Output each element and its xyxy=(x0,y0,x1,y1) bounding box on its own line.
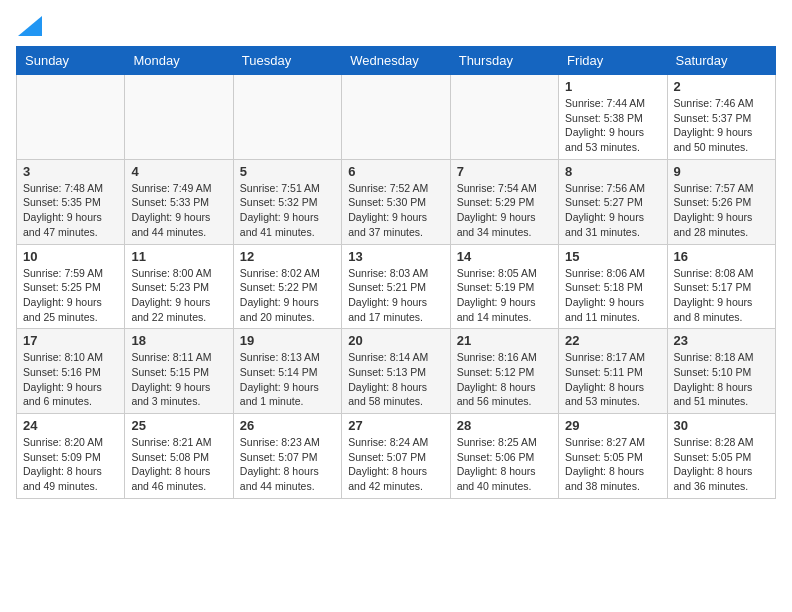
calendar-cell: 17Sunrise: 8:10 AM Sunset: 5:16 PM Dayli… xyxy=(17,329,125,414)
day-number: 5 xyxy=(240,164,335,179)
day-info: Sunrise: 8:03 AM Sunset: 5:21 PM Dayligh… xyxy=(348,266,443,325)
calendar-cell: 25Sunrise: 8:21 AM Sunset: 5:08 PM Dayli… xyxy=(125,414,233,499)
col-header-tuesday: Tuesday xyxy=(233,47,341,75)
day-number: 13 xyxy=(348,249,443,264)
calendar-cell: 21Sunrise: 8:16 AM Sunset: 5:12 PM Dayli… xyxy=(450,329,558,414)
calendar-cell: 8Sunrise: 7:56 AM Sunset: 5:27 PM Daylig… xyxy=(559,159,667,244)
day-number: 10 xyxy=(23,249,118,264)
day-info: Sunrise: 8:14 AM Sunset: 5:13 PM Dayligh… xyxy=(348,350,443,409)
day-info: Sunrise: 8:02 AM Sunset: 5:22 PM Dayligh… xyxy=(240,266,335,325)
day-number: 11 xyxy=(131,249,226,264)
calendar-cell: 14Sunrise: 8:05 AM Sunset: 5:19 PM Dayli… xyxy=(450,244,558,329)
calendar-cell: 30Sunrise: 8:28 AM Sunset: 5:05 PM Dayli… xyxy=(667,414,775,499)
calendar-cell: 29Sunrise: 8:27 AM Sunset: 5:05 PM Dayli… xyxy=(559,414,667,499)
day-info: Sunrise: 8:05 AM Sunset: 5:19 PM Dayligh… xyxy=(457,266,552,325)
day-number: 8 xyxy=(565,164,660,179)
day-number: 15 xyxy=(565,249,660,264)
calendar-cell xyxy=(450,75,558,160)
calendar-cell: 4Sunrise: 7:49 AM Sunset: 5:33 PM Daylig… xyxy=(125,159,233,244)
day-number: 29 xyxy=(565,418,660,433)
day-info: Sunrise: 8:10 AM Sunset: 5:16 PM Dayligh… xyxy=(23,350,118,409)
logo xyxy=(16,16,42,36)
calendar-cell xyxy=(342,75,450,160)
svg-marker-0 xyxy=(18,16,42,36)
calendar-cell: 9Sunrise: 7:57 AM Sunset: 5:26 PM Daylig… xyxy=(667,159,775,244)
calendar-cell: 13Sunrise: 8:03 AM Sunset: 5:21 PM Dayli… xyxy=(342,244,450,329)
day-info: Sunrise: 8:27 AM Sunset: 5:05 PM Dayligh… xyxy=(565,435,660,494)
calendar-cell: 3Sunrise: 7:48 AM Sunset: 5:35 PM Daylig… xyxy=(17,159,125,244)
page-header xyxy=(16,16,776,36)
day-info: Sunrise: 8:11 AM Sunset: 5:15 PM Dayligh… xyxy=(131,350,226,409)
col-header-monday: Monday xyxy=(125,47,233,75)
day-number: 18 xyxy=(131,333,226,348)
day-number: 16 xyxy=(674,249,769,264)
day-number: 7 xyxy=(457,164,552,179)
day-info: Sunrise: 8:28 AM Sunset: 5:05 PM Dayligh… xyxy=(674,435,769,494)
calendar-table: SundayMondayTuesdayWednesdayThursdayFrid… xyxy=(16,46,776,499)
day-info: Sunrise: 7:48 AM Sunset: 5:35 PM Dayligh… xyxy=(23,181,118,240)
day-number: 30 xyxy=(674,418,769,433)
calendar-cell: 15Sunrise: 8:06 AM Sunset: 5:18 PM Dayli… xyxy=(559,244,667,329)
day-number: 12 xyxy=(240,249,335,264)
day-info: Sunrise: 8:20 AM Sunset: 5:09 PM Dayligh… xyxy=(23,435,118,494)
calendar-cell: 23Sunrise: 8:18 AM Sunset: 5:10 PM Dayli… xyxy=(667,329,775,414)
calendar-cell: 16Sunrise: 8:08 AM Sunset: 5:17 PM Dayli… xyxy=(667,244,775,329)
day-info: Sunrise: 7:57 AM Sunset: 5:26 PM Dayligh… xyxy=(674,181,769,240)
day-number: 25 xyxy=(131,418,226,433)
day-number: 21 xyxy=(457,333,552,348)
col-header-thursday: Thursday xyxy=(450,47,558,75)
calendar-cell: 2Sunrise: 7:46 AM Sunset: 5:37 PM Daylig… xyxy=(667,75,775,160)
day-number: 4 xyxy=(131,164,226,179)
day-info: Sunrise: 8:13 AM Sunset: 5:14 PM Dayligh… xyxy=(240,350,335,409)
day-number: 17 xyxy=(23,333,118,348)
day-number: 23 xyxy=(674,333,769,348)
col-header-friday: Friday xyxy=(559,47,667,75)
day-number: 9 xyxy=(674,164,769,179)
day-number: 28 xyxy=(457,418,552,433)
day-number: 26 xyxy=(240,418,335,433)
calendar-header-row: SundayMondayTuesdayWednesdayThursdayFrid… xyxy=(17,47,776,75)
day-number: 27 xyxy=(348,418,443,433)
calendar-cell: 12Sunrise: 8:02 AM Sunset: 5:22 PM Dayli… xyxy=(233,244,341,329)
day-number: 1 xyxy=(565,79,660,94)
calendar-cell: 5Sunrise: 7:51 AM Sunset: 5:32 PM Daylig… xyxy=(233,159,341,244)
calendar-cell: 18Sunrise: 8:11 AM Sunset: 5:15 PM Dayli… xyxy=(125,329,233,414)
calendar-week-2: 10Sunrise: 7:59 AM Sunset: 5:25 PM Dayli… xyxy=(17,244,776,329)
logo-icon xyxy=(18,16,42,36)
calendar-week-3: 17Sunrise: 8:10 AM Sunset: 5:16 PM Dayli… xyxy=(17,329,776,414)
day-info: Sunrise: 8:16 AM Sunset: 5:12 PM Dayligh… xyxy=(457,350,552,409)
day-number: 22 xyxy=(565,333,660,348)
day-info: Sunrise: 8:24 AM Sunset: 5:07 PM Dayligh… xyxy=(348,435,443,494)
day-number: 20 xyxy=(348,333,443,348)
calendar-cell: 20Sunrise: 8:14 AM Sunset: 5:13 PM Dayli… xyxy=(342,329,450,414)
day-number: 6 xyxy=(348,164,443,179)
day-number: 19 xyxy=(240,333,335,348)
col-header-wednesday: Wednesday xyxy=(342,47,450,75)
day-info: Sunrise: 7:59 AM Sunset: 5:25 PM Dayligh… xyxy=(23,266,118,325)
day-info: Sunrise: 8:00 AM Sunset: 5:23 PM Dayligh… xyxy=(131,266,226,325)
calendar-cell: 6Sunrise: 7:52 AM Sunset: 5:30 PM Daylig… xyxy=(342,159,450,244)
calendar-cell xyxy=(17,75,125,160)
day-info: Sunrise: 8:08 AM Sunset: 5:17 PM Dayligh… xyxy=(674,266,769,325)
day-info: Sunrise: 8:17 AM Sunset: 5:11 PM Dayligh… xyxy=(565,350,660,409)
day-info: Sunrise: 7:52 AM Sunset: 5:30 PM Dayligh… xyxy=(348,181,443,240)
col-header-sunday: Sunday xyxy=(17,47,125,75)
calendar-cell: 27Sunrise: 8:24 AM Sunset: 5:07 PM Dayli… xyxy=(342,414,450,499)
calendar-cell: 7Sunrise: 7:54 AM Sunset: 5:29 PM Daylig… xyxy=(450,159,558,244)
col-header-saturday: Saturday xyxy=(667,47,775,75)
day-info: Sunrise: 8:21 AM Sunset: 5:08 PM Dayligh… xyxy=(131,435,226,494)
day-info: Sunrise: 7:54 AM Sunset: 5:29 PM Dayligh… xyxy=(457,181,552,240)
day-number: 3 xyxy=(23,164,118,179)
day-info: Sunrise: 7:46 AM Sunset: 5:37 PM Dayligh… xyxy=(674,96,769,155)
calendar-week-1: 3Sunrise: 7:48 AM Sunset: 5:35 PM Daylig… xyxy=(17,159,776,244)
day-info: Sunrise: 7:44 AM Sunset: 5:38 PM Dayligh… xyxy=(565,96,660,155)
calendar-week-4: 24Sunrise: 8:20 AM Sunset: 5:09 PM Dayli… xyxy=(17,414,776,499)
day-number: 14 xyxy=(457,249,552,264)
day-info: Sunrise: 8:23 AM Sunset: 5:07 PM Dayligh… xyxy=(240,435,335,494)
calendar-cell: 1Sunrise: 7:44 AM Sunset: 5:38 PM Daylig… xyxy=(559,75,667,160)
calendar-week-0: 1Sunrise: 7:44 AM Sunset: 5:38 PM Daylig… xyxy=(17,75,776,160)
calendar-cell xyxy=(233,75,341,160)
calendar-cell: 10Sunrise: 7:59 AM Sunset: 5:25 PM Dayli… xyxy=(17,244,125,329)
day-info: Sunrise: 7:56 AM Sunset: 5:27 PM Dayligh… xyxy=(565,181,660,240)
day-info: Sunrise: 7:49 AM Sunset: 5:33 PM Dayligh… xyxy=(131,181,226,240)
